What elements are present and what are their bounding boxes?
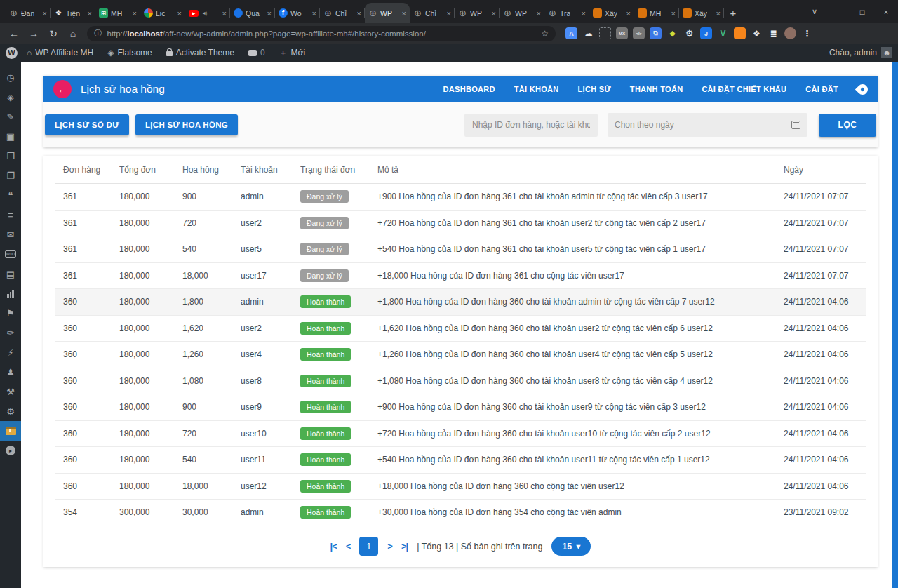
browser-tab[interactable]: ⊕Chỉ×	[320, 3, 365, 23]
current-page-button[interactable]: 1	[359, 537, 378, 556]
table-row[interactable]: 360180,0001,080user8Hoàn thành+1,080 Hoa…	[55, 368, 866, 395]
table-row[interactable]: 354300,00030,000adminHoàn thành+30,000 H…	[55, 500, 866, 526]
table-row[interactable]: 361180,00018,000user17Đang xử lý+18,000 …	[55, 263, 866, 290]
site-info-icon[interactable]: ⓘ	[94, 28, 102, 39]
window-chevron[interactable]: ∨	[803, 0, 826, 23]
browser-tab[interactable]: ▶◄)×	[185, 3, 230, 23]
admin-bar-new[interactable]: ＋ Mới	[274, 44, 311, 62]
sidebar-item-users[interactable]: ♟	[0, 362, 21, 382]
forward-icon[interactable]: →	[25, 28, 42, 39]
sidebar-item-woocommerce[interactable]: WOO	[0, 244, 21, 264]
browser-tab[interactable]: MH×	[634, 3, 679, 23]
json-viewer-icon[interactable]: J	[700, 27, 712, 39]
table-row[interactable]: 360180,000720user10Hoàn thành+720 Hoa hồ…	[55, 421, 866, 448]
tab-close-icon[interactable]: ×	[671, 9, 676, 18]
prev-page-button[interactable]: <	[346, 541, 351, 552]
sidebar-item-flatsome[interactable]: ◈	[0, 87, 21, 107]
table-row[interactable]: 361180,000900adminĐang xử lý+900 Hoa hồn…	[55, 184, 866, 211]
table-row[interactable]: 360180,0001,260user4Hoàn thành+1,260 Hoa…	[55, 342, 866, 368]
tab-close-icon[interactable]: ×	[43, 9, 47, 18]
capture-icon[interactable]	[599, 27, 611, 39]
nav-link-thanh-to-n[interactable]: THANH TOÁN	[630, 85, 683, 93]
cloud-icon[interactable]: ☁	[582, 27, 594, 39]
table-row[interactable]: 361180,000540user5Đang xử lý+540 Hoa hồn…	[55, 236, 866, 263]
tab-close-icon[interactable]: ×	[222, 9, 227, 18]
tab-close-icon[interactable]: ×	[626, 9, 631, 18]
window-close[interactable]: ×	[874, 0, 898, 23]
tab-close-icon[interactable]: ×	[582, 9, 586, 18]
sidebar-item-ux-blocks[interactable]: ❒	[0, 146, 21, 166]
flame-icon[interactable]	[855, 81, 870, 96]
first-page-button[interactable]: |<	[330, 541, 337, 552]
gear-icon[interactable]: ⚙	[683, 27, 695, 39]
reload-icon[interactable]: ↻	[45, 28, 62, 39]
sidebar-item-contact[interactable]: ✉	[0, 225, 21, 244]
sidebar-item-plugins[interactable]: ⚡	[0, 342, 21, 362]
browser-tab[interactable]: Xây×	[589, 3, 634, 23]
browser-tab[interactable]: Xây×	[679, 3, 724, 23]
browser-tab[interactable]: ⊕WP×	[455, 3, 500, 23]
browser-tab[interactable]: Qua×	[230, 3, 275, 23]
tab-close-icon[interactable]: ×	[492, 9, 496, 18]
new-tab-button[interactable]: +	[724, 4, 742, 22]
table-row[interactable]: 360180,0001,800adminHoàn thành+1,800 Hoa…	[55, 289, 866, 316]
bookmark-star-icon[interactable]: ☆	[541, 29, 549, 39]
playlist-icon[interactable]: ≣	[768, 27, 779, 39]
browser-tab[interactable]: fWo×	[275, 3, 320, 23]
browser-tab[interactable]: Lic×	[140, 3, 185, 23]
next-page-button[interactable]: >	[387, 541, 392, 552]
table-row[interactable]: 360180,000540user11Hoàn thành+540 Hoa hồ…	[55, 447, 866, 474]
tab-button-l-ch-s-hoa-h-ng[interactable]: LỊCH SỬ HOA HỒNG	[135, 114, 238, 135]
tab-close-icon[interactable]: ×	[133, 9, 137, 18]
address-bar[interactable]: ⓘ http://localhost/aff-new/wp-admin/admi…	[87, 26, 556, 41]
calendar-icon[interactable]	[791, 121, 800, 129]
browser-tab[interactable]: ⊕WP×	[500, 3, 544, 23]
date-input[interactable]	[615, 120, 791, 130]
table-row[interactable]: 360180,00018,000user12Hoàn thành+18,000 …	[55, 474, 866, 500]
browser-tab[interactable]: ⊕Tra×	[544, 3, 589, 23]
tab-close-icon[interactable]: ×	[267, 9, 272, 18]
search-input[interactable]	[464, 114, 598, 137]
extensions-puzzle-icon[interactable]: ❖	[751, 27, 763, 39]
table-row[interactable]: 360180,000900user9Hoàn thành+900 Hoa hồn…	[55, 394, 866, 421]
mx-icon[interactable]: MX	[616, 27, 628, 39]
wordpress-logo-icon[interactable]: W	[6, 47, 18, 59]
lighthouse-icon[interactable]: ◆	[666, 27, 678, 39]
sidebar-item-dashboard[interactable]: ◷	[0, 67, 21, 87]
home-icon[interactable]: ⌂	[65, 28, 81, 39]
admin-bar-comments[interactable]: 0	[243, 44, 270, 62]
tab-close-icon[interactable]: ×	[177, 9, 182, 18]
sidebar-item-appearance[interactable]: ✑	[0, 323, 21, 342]
admin-bar-activate-theme[interactable]: Activate Theme	[161, 44, 239, 62]
sidebar-item-comments[interactable]: ❝	[0, 185, 21, 205]
admin-bar-theme[interactable]: ◈ Flatsome	[102, 44, 157, 62]
admin-greeting[interactable]: Chào, admin	[829, 48, 877, 58]
back-icon[interactable]: ←	[6, 28, 22, 39]
browser-menu-icon[interactable]: ⋮	[801, 27, 813, 39]
code-icon[interactable]: </>	[633, 27, 645, 39]
devtools-icon[interactable]: ⧉	[650, 27, 662, 39]
admin-bar-site[interactable]: ⌂ WP Affiliate MH	[22, 44, 98, 62]
tab-close-icon[interactable]: ×	[537, 9, 541, 18]
nav-link-t-i-kho-n[interactable]: TÀI KHOẢN	[514, 85, 559, 93]
tab-close-icon[interactable]: ×	[312, 9, 316, 18]
tab-close-icon[interactable]: ×	[88, 9, 92, 18]
date-filter[interactable]	[608, 113, 807, 137]
page-scrollbar[interactable]	[892, 62, 898, 588]
sidebar-item-posts[interactable]: ✎	[0, 107, 21, 126]
tab-button-l-ch-s-s-d-[interactable]: LỊCH SỬ SỐ DƯ	[45, 114, 129, 135]
browser-tab[interactable]: ⊕Chỉ×	[410, 3, 455, 23]
tab-close-icon[interactable]: ×	[402, 9, 406, 18]
sidebar-item-pages[interactable]: ❐	[0, 166, 21, 185]
tab-close-icon[interactable]: ×	[447, 9, 451, 18]
tab-close-icon[interactable]: ×	[357, 9, 361, 18]
nav-link-c-i-t-chi-t-kh-u[interactable]: CÀI ĐẶT CHIẾT KHẤU	[702, 85, 786, 93]
sidebar-item-settings[interactable]: ⚙	[0, 401, 21, 421]
sidebar-item-tools[interactable]: ⚒	[0, 382, 21, 401]
table-row[interactable]: 360180,0001,620user2Hoàn thành+1,620 Hoa…	[55, 316, 866, 342]
nav-link-dashboard[interactable]: DASHBOARD	[443, 85, 495, 93]
profile-avatar[interactable]	[784, 27, 796, 39]
sidebar-item-analytics[interactable]	[0, 283, 21, 303]
avatar[interactable]: ☻	[881, 47, 892, 58]
browser-tab[interactable]: ⊕Đăn×	[6, 3, 51, 23]
